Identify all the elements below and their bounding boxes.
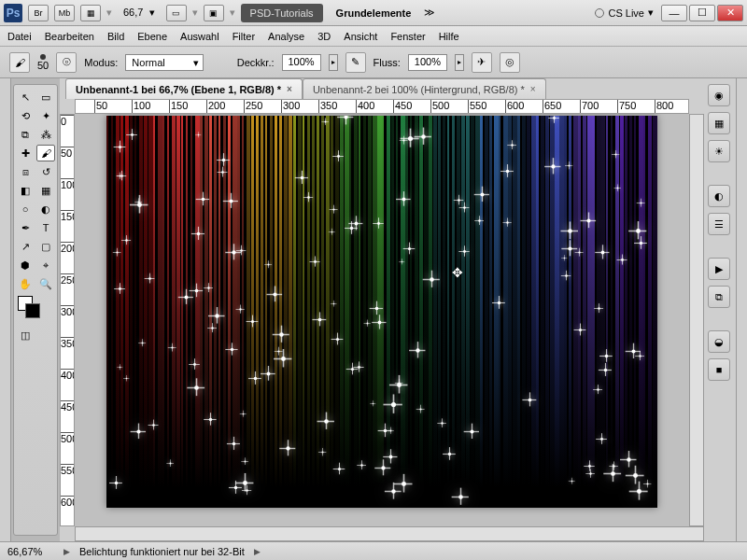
canvas-viewport[interactable]: ✥: [75, 114, 689, 526]
tool-move[interactable]: ↖: [16, 89, 35, 105]
menubar: DateiBearbeitenBildEbeneAuswahlFilterAna…: [0, 26, 747, 47]
tool-stamp[interactable]: ⧇: [16, 163, 35, 180]
flow-flyout[interactable]: ▸: [455, 54, 464, 71]
ruler-vertical[interactable]: 050100150200250300350400450500550600: [60, 114, 75, 526]
tab-label: Unbenannt-1 bei 66,7% (Ebene 1, RGB/8) *: [76, 84, 281, 95]
menu-3d[interactable]: 3D: [317, 31, 331, 42]
cslive-button[interactable]: CS Live ▾: [589, 5, 659, 21]
tablet-size-icon[interactable]: ◎: [500, 52, 520, 73]
menu-filter[interactable]: Filter: [233, 31, 255, 42]
tool-crop[interactable]: ⧉: [16, 126, 35, 143]
right-dock-gutter: [736, 78, 747, 541]
menu-ansicht[interactable]: Ansicht: [344, 31, 377, 42]
panel-play-icon[interactable]: ▶: [708, 258, 730, 280]
scrollbar-vertical[interactable]: [689, 114, 704, 526]
tool-hand[interactable]: ✋: [16, 275, 35, 292]
right-panel-dock: ◉▦☀◐☰▶⧉◒■: [704, 78, 736, 541]
minimize-button[interactable]: —: [661, 5, 687, 21]
panel-mask-icon[interactable]: ◐: [708, 185, 730, 207]
blend-mode-select[interactable]: Normal▾: [125, 54, 203, 71]
minibridge-button[interactable]: Mb: [54, 5, 75, 21]
opacity-input[interactable]: 100%: [282, 54, 321, 71]
panel-color-icon[interactable]: ◉: [708, 84, 730, 106]
menu-ebene[interactable]: Ebene: [137, 31, 167, 42]
menu-bearbeiten[interactable]: Bearbeiten: [45, 31, 94, 42]
scrollbar-horizontal[interactable]: [75, 526, 704, 541]
tool-heal[interactable]: ✚: [16, 145, 35, 161]
workspace-active[interactable]: PSD-Tutorials: [241, 4, 323, 22]
menu-fenster[interactable]: Fenster: [390, 31, 425, 42]
tool-marquee[interactable]: ▭: [36, 89, 55, 105]
tool-zoom[interactable]: 🔍: [36, 275, 55, 292]
document-area: Unbenannt-1 bei 66,7% (Ebene 1, RGB/8) *…: [60, 78, 704, 541]
panel-brush2-icon[interactable]: ◒: [708, 330, 730, 353]
screen-mode-button[interactable]: ▣: [204, 5, 224, 21]
cslive-icon: [595, 8, 604, 18]
panel-adjust-icon[interactable]: ☀: [708, 140, 730, 162]
tool-type[interactable]: T: [36, 219, 55, 236]
menu-datei[interactable]: Datei: [7, 31, 32, 42]
tool-brush[interactable]: 🖌: [36, 145, 55, 161]
tool-palette: ↖▭⟲✦⧉⁂✚🖌⧇↺◧▦○◐✒T↗▢⬢⌖✋🔍◫: [13, 84, 58, 536]
document-tabs: Unbenannt-1 bei 66,7% (Ebene 1, RGB/8) *…: [60, 78, 704, 99]
tool-lasso[interactable]: ⟲: [16, 107, 35, 124]
panel-swatches-icon[interactable]: ▦: [708, 112, 730, 134]
tab-label: Unbenannt-2 bei 100% (Hintergrund, RGB/8…: [313, 84, 525, 95]
quickmask-toggle[interactable]: ◫: [16, 322, 35, 348]
tool-history[interactable]: ↺: [36, 163, 55, 180]
tool-eraser[interactable]: ◧: [16, 182, 35, 199]
app-logo: Ps: [4, 4, 22, 22]
tool-3dcam[interactable]: ⌖: [36, 257, 55, 273]
tool-shape[interactable]: ▢: [36, 238, 55, 255]
tool-pen[interactable]: ✒: [16, 219, 35, 236]
status-zoom[interactable]: 66,67%: [7, 546, 54, 557]
tool-path[interactable]: ↗: [16, 238, 35, 255]
workspace-more-icon[interactable]: ≫: [424, 7, 435, 19]
panel-timeline-icon[interactable]: ⧉: [708, 286, 730, 308]
document-tab-1[interactable]: Unbenannt-2 bei 100% (Hintergrund, RGB/8…: [303, 78, 546, 99]
brush-preset-picker[interactable]: 50: [37, 54, 49, 71]
panel-layers-icon[interactable]: ☰: [708, 213, 730, 235]
modus-label: Modus:: [84, 57, 118, 68]
arrange-button[interactable]: ▭: [166, 5, 187, 21]
document-tab-0[interactable]: Unbenannt-1 bei 66,7% (Ebene 1, RGB/8) *…: [65, 78, 303, 99]
tab-close-icon[interactable]: ×: [287, 84, 292, 94]
tool-blur[interactable]: ○: [16, 201, 35, 217]
tool-eyedropper[interactable]: ⁂: [36, 126, 55, 143]
opacity-label: Deckkr.:: [237, 57, 275, 68]
ruler-horizontal[interactable]: 5010015020025030035040045050055060065070…: [75, 99, 689, 114]
workspace-other[interactable]: Grundelemente: [329, 4, 419, 22]
brush-panel-toggle[interactable]: ⦾: [56, 52, 77, 73]
tool-preset-icon[interactable]: 🖌: [9, 52, 30, 73]
close-button[interactable]: ✕: [717, 5, 743, 21]
status-info-arrow[interactable]: ▶: [254, 547, 261, 556]
color-swatches[interactable]: [16, 294, 35, 320]
menu-analyse[interactable]: Analyse: [268, 31, 304, 42]
zoom-dropdown[interactable]: 66,7 ▾: [118, 5, 161, 21]
options-bar: 🖌 50 ⦾ Modus: Normal▾ Deckkr.: 100% ▸ ✎ …: [0, 47, 747, 78]
airbrush-icon[interactable]: ✈: [472, 52, 492, 73]
bridge-button[interactable]: Br: [28, 5, 49, 21]
tool-dodge[interactable]: ◐: [36, 201, 55, 217]
maximize-button[interactable]: ☐: [689, 5, 715, 21]
menu-auswahl[interactable]: Auswahl: [180, 31, 219, 42]
view-extras-button[interactable]: ▦: [80, 5, 101, 21]
left-dock-gutter: [0, 78, 11, 541]
flow-label: Fluss:: [374, 57, 401, 68]
tab-close-icon[interactable]: ×: [530, 84, 536, 94]
titlebar: Ps Br Mb ▦ ▾ 66,7 ▾ ▭▾ ▣▾ PSD-Tutorials …: [0, 0, 747, 26]
tool-gradient[interactable]: ▦: [36, 182, 55, 199]
menu-hilfe[interactable]: Hilfe: [439, 31, 459, 42]
status-arrow-icon[interactable]: ▶: [63, 547, 70, 556]
tool-wand[interactable]: ✦: [36, 107, 55, 124]
background-swatch[interactable]: [25, 303, 40, 318]
tool-3d[interactable]: ⬢: [16, 257, 35, 273]
panel-symbol-icon[interactable]: ■: [708, 358, 730, 381]
menu-bild[interactable]: Bild: [107, 31, 124, 42]
tablet-opacity-icon[interactable]: ✎: [345, 52, 366, 73]
canvas[interactable]: ✥: [106, 116, 657, 508]
status-bar: 66,67% ▶ Belichtung funktioniert nur bei…: [0, 541, 747, 560]
status-info: Belichtung funktioniert nur bei 32-Bit: [79, 546, 245, 557]
opacity-flyout[interactable]: ▸: [329, 54, 338, 71]
flow-input[interactable]: 100%: [408, 54, 447, 71]
